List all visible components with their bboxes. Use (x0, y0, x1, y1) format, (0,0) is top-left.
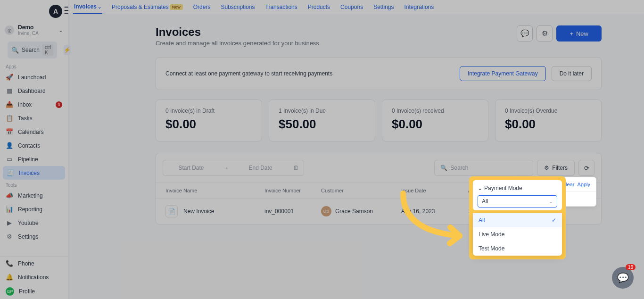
col-invoice-name: Invoice Name (165, 188, 264, 193)
end-date: End Date (232, 165, 289, 171)
cell-invoice-number: inv_000001 (264, 208, 321, 215)
sidebar-item-inbox[interactable]: 📥Inbox0 (0, 98, 68, 111)
tab-orders[interactable]: Orders (192, 0, 212, 14)
page-subtitle: Create and manage all invoices generated… (156, 40, 319, 47)
sidebar-item-tasks[interactable]: 📋Tasks (0, 111, 68, 125)
inbox-icon: 📥 (6, 101, 13, 108)
new-invoice-button[interactable]: +New (556, 25, 602, 42)
integrate-gateway-button[interactable]: Integrate Payment Gateway (460, 66, 546, 81)
stat-draft: 0 Invoice(s) in Draft $0.00 (156, 100, 262, 141)
feedback-button[interactable]: 💬 (517, 25, 533, 42)
sidebar-item-label: Launchpad (18, 74, 46, 81)
tab-subscriptions[interactable]: Subscriptions (220, 0, 256, 14)
select-value: All (482, 198, 488, 205)
sidebar-item-profile[interactable]: GPProfile (0, 284, 68, 299)
chat-icon: 💬 (520, 29, 529, 38)
account-info: Demo Irvine, CA (18, 25, 39, 36)
gear-icon: ⚙ (6, 233, 13, 240)
date-range-picker[interactable]: Start Date → End Date 🗓 (163, 160, 304, 176)
check-icon: ✓ (552, 217, 556, 224)
highlight-callout: ⌄ Payment Mode All ⌄ All ✓ Live Mode Tes… (469, 176, 566, 259)
sidebar-item-settings[interactable]: ⚙Settings (0, 230, 68, 243)
sidebar-item-phone[interactable]: 📞Phone (0, 257, 68, 270)
sidebar-item-label: Youtube (18, 220, 39, 226)
sidebar-item-label: Invoices (19, 170, 40, 176)
filter-label: Payment Mode (484, 185, 522, 191)
option-label: All (479, 217, 485, 224)
refresh-button[interactable]: ⟳ (578, 160, 594, 176)
stat-value: $0.00 (165, 117, 252, 132)
section-apps-label: Apps (0, 61, 68, 70)
table-search[interactable]: 🔍 Search (434, 160, 533, 176)
sidebar-item-invoices[interactable]: 🧾Invoices (3, 166, 65, 180)
sidebar-item-label: Profile (19, 288, 35, 295)
sidebar-item-reporting[interactable]: 📊Reporting (0, 202, 68, 216)
stat-value: $50.00 (279, 117, 365, 132)
tab-transactions[interactable]: Transactions (264, 0, 298, 14)
account-switcher[interactable]: ◎ Demo Irvine, CA ⌄ (0, 22, 68, 39)
contacts-icon: 👤 (6, 142, 13, 149)
sidebar-item-calendars[interactable]: 📅Calendars (0, 125, 68, 139)
document-icon: 📄 (165, 205, 178, 217)
sidebar-item-launchpad[interactable]: 🚀Launchpad (0, 70, 68, 84)
inbox-badge: 0 (56, 101, 62, 108)
sidebar-item-contacts[interactable]: 👤Contacts (0, 139, 68, 152)
stat-label: 0 Invoice(s) received (392, 108, 479, 114)
payment-mode-panel: ⌄ Payment Mode All ⌄ (473, 180, 562, 210)
stat-label: 1 Invoice(s) in Due (279, 108, 365, 114)
option-test-mode[interactable]: Test Mode (473, 241, 562, 256)
header-actions: 💬 ⚙ +New (517, 25, 602, 42)
filter-icon: ⚙ (544, 165, 549, 171)
search-icon: 🔍 (11, 47, 19, 54)
chevron-down-icon: ⌄ (549, 199, 553, 205)
page-header: Invoices Create and manage all invoices … (156, 25, 602, 47)
chevron-down-icon: ⌄ (98, 4, 101, 9)
tab-invoices[interactable]: Invoices⌄ (73, 0, 102, 14)
option-live-mode[interactable]: Live Mode (473, 227, 562, 241)
sidebar-item-label: Calendars (18, 129, 44, 135)
sidebar-top: A (0, 0, 68, 22)
option-all[interactable]: All ✓ (473, 213, 562, 227)
sidebar-item-marketing[interactable]: 📣Marketing (0, 189, 68, 202)
sidebar-item-notifications[interactable]: 🔔Notifications (0, 270, 68, 284)
search-label: Search (22, 47, 40, 53)
payment-mode-title[interactable]: ⌄ Payment Mode (478, 185, 557, 191)
cell-customer: Grace Samson (335, 208, 373, 215)
chat-widget[interactable]: 💬 16 (612, 267, 634, 289)
app-logo[interactable]: A (49, 5, 62, 18)
stat-cards: 0 Invoice(s) in Draft $0.00 1 Invoice(s)… (156, 100, 602, 141)
payment-mode-select[interactable]: All ⌄ (478, 195, 557, 208)
chevron-down-icon: ⌄ (478, 185, 482, 191)
filters-apply[interactable]: Apply (577, 182, 590, 187)
rocket-icon: 🚀 (6, 74, 13, 81)
bell-icon: 🔔 (6, 274, 13, 281)
sidebar-item-dashboard[interactable]: ▦Dashboard (0, 84, 68, 98)
calendar-icon: 📅 (6, 128, 13, 135)
account-avatar: ◎ (5, 25, 14, 35)
gateway-banner: Connect at least one payment gateway to … (156, 57, 602, 90)
banner-actions: Integrate Payment Gateway Do it later (460, 66, 592, 81)
global-search[interactable]: 🔍 Search ctrl K (8, 42, 57, 58)
settings-button[interactable]: ⚙ (537, 25, 553, 42)
chevron-down-icon: ⌄ (58, 27, 63, 33)
cell-invoice-name: New Invoice (183, 208, 214, 215)
invoice-icon: 🧾 (7, 169, 14, 176)
chat-icon: 💬 (617, 272, 629, 283)
payment-mode-dropdown: All ✓ Live Mode Test Mode (473, 213, 562, 256)
tab-products[interactable]: Products (307, 0, 331, 14)
filters-button[interactable]: ⚙Filters (537, 160, 575, 176)
callout-arrow (396, 189, 471, 250)
youtube-icon: ▶ (6, 219, 13, 226)
sidebar-item-youtube[interactable]: ▶Youtube (0, 216, 68, 230)
chart-icon: 📊 (6, 206, 13, 213)
tab-integrations[interactable]: Integrations (404, 0, 435, 14)
sidebar-item-pipeline[interactable]: ▭Pipeline (0, 152, 68, 166)
sidebar-item-label: Notifications (18, 274, 49, 281)
chat-badge: 16 (626, 264, 636, 270)
tab-coupons[interactable]: Coupons (339, 0, 364, 14)
megaphone-icon: 📣 (6, 192, 13, 199)
col-invoice-number: Invoice Number (264, 188, 321, 193)
do-later-button[interactable]: Do it later (552, 66, 592, 81)
tab-settings[interactable]: Settings (372, 0, 395, 14)
tab-proposals[interactable]: Proposals & EstimatesNew (111, 0, 184, 14)
